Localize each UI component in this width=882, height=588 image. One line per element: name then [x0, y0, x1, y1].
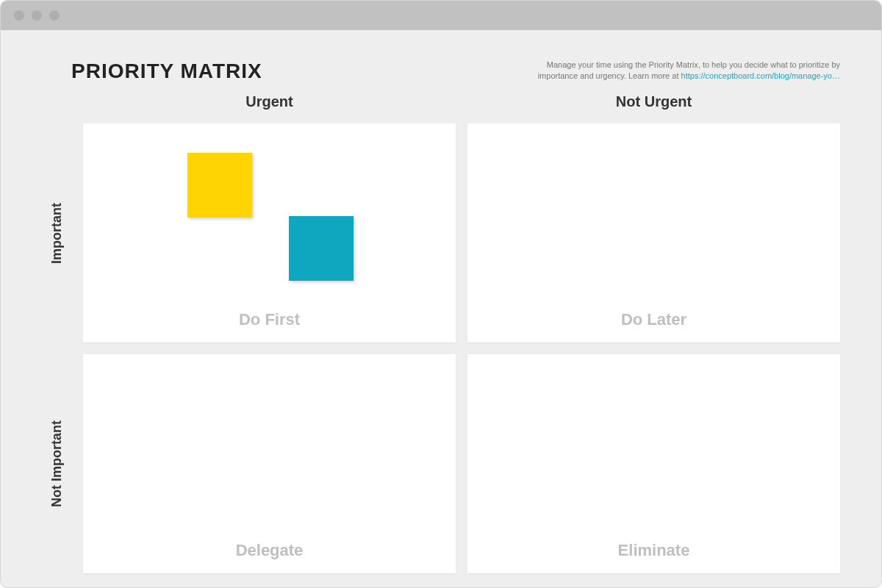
row-header-important-label: Important	[49, 203, 65, 264]
col-header-spacer	[42, 89, 71, 118]
traffic-light-maximize[interactable]	[49, 10, 60, 21]
header-row: PRIORITY MATRIX Manage your time using t…	[42, 60, 840, 83]
traffic-light-close[interactable]	[14, 10, 24, 21]
window-frame: PRIORITY MATRIX Manage your time using t…	[0, 0, 882, 588]
sticky-note-teal[interactable]	[289, 216, 354, 281]
page-title: PRIORITY MATRIX	[71, 60, 262, 83]
page-description: Manage your time using the Priority Matr…	[531, 60, 840, 82]
quadrant-label-do-first: Do First	[83, 310, 456, 329]
quadrant-eliminate[interactable]: Eliminate	[467, 354, 840, 573]
content-area: PRIORITY MATRIX Manage your time using t…	[1, 30, 881, 587]
quadrant-label-eliminate: Eliminate	[467, 541, 840, 560]
row-header-not-important: Not Important	[42, 354, 71, 573]
col-header-not-urgent: Not Urgent	[467, 89, 840, 118]
quadrant-do-later[interactable]: Do Later	[467, 123, 840, 343]
titlebar	[1, 1, 881, 30]
quadrant-label-delegate: Delegate	[83, 541, 456, 560]
row-header-not-important-label: Not Important	[49, 420, 65, 507]
quadrant-delegate[interactable]: Delegate	[83, 354, 456, 573]
sticky-note-yellow[interactable]	[187, 153, 252, 218]
description-link[interactable]: https://conceptboard.com/blog/manage-yo…	[681, 71, 840, 80]
row-header-important: Important	[42, 123, 71, 343]
col-header-urgent: Urgent	[83, 89, 456, 118]
matrix-grid: Important Do First Do Later Not Importan…	[42, 123, 840, 573]
quadrant-do-first[interactable]: Do First	[83, 123, 456, 343]
quadrant-label-do-later: Do Later	[467, 310, 840, 329]
column-headers: Urgent Not Urgent	[42, 89, 840, 118]
matrix: Urgent Not Urgent Important Do First Do …	[42, 89, 840, 573]
traffic-light-minimize[interactable]	[32, 10, 42, 21]
